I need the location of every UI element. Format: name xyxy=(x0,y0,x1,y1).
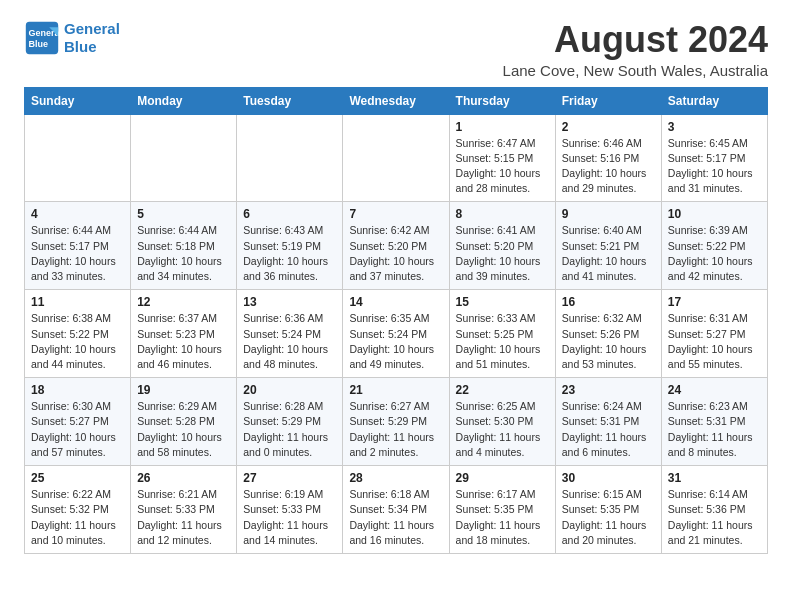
day-number: 30 xyxy=(562,471,655,485)
day-number: 29 xyxy=(456,471,549,485)
day-number: 3 xyxy=(668,120,761,134)
day-number: 22 xyxy=(456,383,549,397)
calendar-cell xyxy=(237,114,343,202)
calendar-cell: 8Sunrise: 6:41 AMSunset: 5:20 PMDaylight… xyxy=(449,202,555,290)
day-number: 9 xyxy=(562,207,655,221)
calendar-cell: 20Sunrise: 6:28 AMSunset: 5:29 PMDayligh… xyxy=(237,378,343,466)
day-number: 7 xyxy=(349,207,442,221)
day-info: Sunrise: 6:29 AMSunset: 5:28 PMDaylight:… xyxy=(137,399,230,460)
day-number: 26 xyxy=(137,471,230,485)
calendar-cell: 18Sunrise: 6:30 AMSunset: 5:27 PMDayligh… xyxy=(25,378,131,466)
day-number: 23 xyxy=(562,383,655,397)
weekday-header-row: SundayMondayTuesdayWednesdayThursdayFrid… xyxy=(25,87,768,114)
calendar-cell: 30Sunrise: 6:15 AMSunset: 5:35 PMDayligh… xyxy=(555,466,661,554)
week-row-4: 18Sunrise: 6:30 AMSunset: 5:27 PMDayligh… xyxy=(25,378,768,466)
calendar-cell: 22Sunrise: 6:25 AMSunset: 5:30 PMDayligh… xyxy=(449,378,555,466)
day-number: 16 xyxy=(562,295,655,309)
day-info: Sunrise: 6:40 AMSunset: 5:21 PMDaylight:… xyxy=(562,223,655,284)
logo: General Blue GeneralBlue xyxy=(24,20,120,56)
day-info: Sunrise: 6:41 AMSunset: 5:20 PMDaylight:… xyxy=(456,223,549,284)
calendar-cell: 19Sunrise: 6:29 AMSunset: 5:28 PMDayligh… xyxy=(131,378,237,466)
day-number: 25 xyxy=(31,471,124,485)
calendar-cell: 17Sunrise: 6:31 AMSunset: 5:27 PMDayligh… xyxy=(661,290,767,378)
day-number: 27 xyxy=(243,471,336,485)
day-info: Sunrise: 6:42 AMSunset: 5:20 PMDaylight:… xyxy=(349,223,442,284)
day-number: 21 xyxy=(349,383,442,397)
day-info: Sunrise: 6:31 AMSunset: 5:27 PMDaylight:… xyxy=(668,311,761,372)
day-info: Sunrise: 6:22 AMSunset: 5:32 PMDaylight:… xyxy=(31,487,124,548)
calendar-cell: 11Sunrise: 6:38 AMSunset: 5:22 PMDayligh… xyxy=(25,290,131,378)
day-info: Sunrise: 6:35 AMSunset: 5:24 PMDaylight:… xyxy=(349,311,442,372)
day-info: Sunrise: 6:47 AMSunset: 5:15 PMDaylight:… xyxy=(456,136,549,197)
weekday-header-wednesday: Wednesday xyxy=(343,87,449,114)
day-info: Sunrise: 6:17 AMSunset: 5:35 PMDaylight:… xyxy=(456,487,549,548)
calendar-cell xyxy=(25,114,131,202)
calendar-cell: 24Sunrise: 6:23 AMSunset: 5:31 PMDayligh… xyxy=(661,378,767,466)
calendar-cell: 15Sunrise: 6:33 AMSunset: 5:25 PMDayligh… xyxy=(449,290,555,378)
calendar-cell: 7Sunrise: 6:42 AMSunset: 5:20 PMDaylight… xyxy=(343,202,449,290)
header: General Blue GeneralBlue August 2024 Lan… xyxy=(24,20,768,79)
week-row-2: 4Sunrise: 6:44 AMSunset: 5:17 PMDaylight… xyxy=(25,202,768,290)
day-info: Sunrise: 6:43 AMSunset: 5:19 PMDaylight:… xyxy=(243,223,336,284)
day-info: Sunrise: 6:25 AMSunset: 5:30 PMDaylight:… xyxy=(456,399,549,460)
day-info: Sunrise: 6:44 AMSunset: 5:18 PMDaylight:… xyxy=(137,223,230,284)
weekday-header-monday: Monday xyxy=(131,87,237,114)
day-info: Sunrise: 6:45 AMSunset: 5:17 PMDaylight:… xyxy=(668,136,761,197)
calendar-cell: 16Sunrise: 6:32 AMSunset: 5:26 PMDayligh… xyxy=(555,290,661,378)
day-number: 6 xyxy=(243,207,336,221)
weekday-header-friday: Friday xyxy=(555,87,661,114)
weekday-header-thursday: Thursday xyxy=(449,87,555,114)
weekday-header-tuesday: Tuesday xyxy=(237,87,343,114)
day-number: 12 xyxy=(137,295,230,309)
calendar-cell xyxy=(343,114,449,202)
day-number: 19 xyxy=(137,383,230,397)
day-info: Sunrise: 6:28 AMSunset: 5:29 PMDaylight:… xyxy=(243,399,336,460)
calendar-cell: 21Sunrise: 6:27 AMSunset: 5:29 PMDayligh… xyxy=(343,378,449,466)
day-info: Sunrise: 6:33 AMSunset: 5:25 PMDaylight:… xyxy=(456,311,549,372)
day-number: 2 xyxy=(562,120,655,134)
day-info: Sunrise: 6:14 AMSunset: 5:36 PMDaylight:… xyxy=(668,487,761,548)
day-number: 8 xyxy=(456,207,549,221)
day-info: Sunrise: 6:15 AMSunset: 5:35 PMDaylight:… xyxy=(562,487,655,548)
day-number: 11 xyxy=(31,295,124,309)
day-number: 20 xyxy=(243,383,336,397)
day-number: 13 xyxy=(243,295,336,309)
calendar-cell: 14Sunrise: 6:35 AMSunset: 5:24 PMDayligh… xyxy=(343,290,449,378)
day-number: 1 xyxy=(456,120,549,134)
day-info: Sunrise: 6:38 AMSunset: 5:22 PMDaylight:… xyxy=(31,311,124,372)
calendar-cell: 1Sunrise: 6:47 AMSunset: 5:15 PMDaylight… xyxy=(449,114,555,202)
weekday-header-saturday: Saturday xyxy=(661,87,767,114)
calendar-cell: 9Sunrise: 6:40 AMSunset: 5:21 PMDaylight… xyxy=(555,202,661,290)
title-area: August 2024 Lane Cove, New South Wales, … xyxy=(503,20,768,79)
day-info: Sunrise: 6:27 AMSunset: 5:29 PMDaylight:… xyxy=(349,399,442,460)
day-number: 24 xyxy=(668,383,761,397)
day-info: Sunrise: 6:21 AMSunset: 5:33 PMDaylight:… xyxy=(137,487,230,548)
day-info: Sunrise: 6:46 AMSunset: 5:16 PMDaylight:… xyxy=(562,136,655,197)
day-number: 5 xyxy=(137,207,230,221)
day-info: Sunrise: 6:44 AMSunset: 5:17 PMDaylight:… xyxy=(31,223,124,284)
day-info: Sunrise: 6:36 AMSunset: 5:24 PMDaylight:… xyxy=(243,311,336,372)
calendar-cell: 23Sunrise: 6:24 AMSunset: 5:31 PMDayligh… xyxy=(555,378,661,466)
day-number: 10 xyxy=(668,207,761,221)
calendar-cell: 27Sunrise: 6:19 AMSunset: 5:33 PMDayligh… xyxy=(237,466,343,554)
day-number: 15 xyxy=(456,295,549,309)
calendar-table: SundayMondayTuesdayWednesdayThursdayFrid… xyxy=(24,87,768,554)
calendar-cell: 25Sunrise: 6:22 AMSunset: 5:32 PMDayligh… xyxy=(25,466,131,554)
calendar-cell: 13Sunrise: 6:36 AMSunset: 5:24 PMDayligh… xyxy=(237,290,343,378)
calendar-cell: 10Sunrise: 6:39 AMSunset: 5:22 PMDayligh… xyxy=(661,202,767,290)
calendar-cell: 5Sunrise: 6:44 AMSunset: 5:18 PMDaylight… xyxy=(131,202,237,290)
calendar-cell: 28Sunrise: 6:18 AMSunset: 5:34 PMDayligh… xyxy=(343,466,449,554)
calendar-cell: 2Sunrise: 6:46 AMSunset: 5:16 PMDaylight… xyxy=(555,114,661,202)
week-row-1: 1Sunrise: 6:47 AMSunset: 5:15 PMDaylight… xyxy=(25,114,768,202)
day-info: Sunrise: 6:23 AMSunset: 5:31 PMDaylight:… xyxy=(668,399,761,460)
day-number: 4 xyxy=(31,207,124,221)
week-row-5: 25Sunrise: 6:22 AMSunset: 5:32 PMDayligh… xyxy=(25,466,768,554)
day-number: 14 xyxy=(349,295,442,309)
day-info: Sunrise: 6:39 AMSunset: 5:22 PMDaylight:… xyxy=(668,223,761,284)
calendar-cell xyxy=(131,114,237,202)
day-info: Sunrise: 6:32 AMSunset: 5:26 PMDaylight:… xyxy=(562,311,655,372)
calendar-cell: 4Sunrise: 6:44 AMSunset: 5:17 PMDaylight… xyxy=(25,202,131,290)
day-number: 28 xyxy=(349,471,442,485)
day-info: Sunrise: 6:30 AMSunset: 5:27 PMDaylight:… xyxy=(31,399,124,460)
weekday-header-sunday: Sunday xyxy=(25,87,131,114)
